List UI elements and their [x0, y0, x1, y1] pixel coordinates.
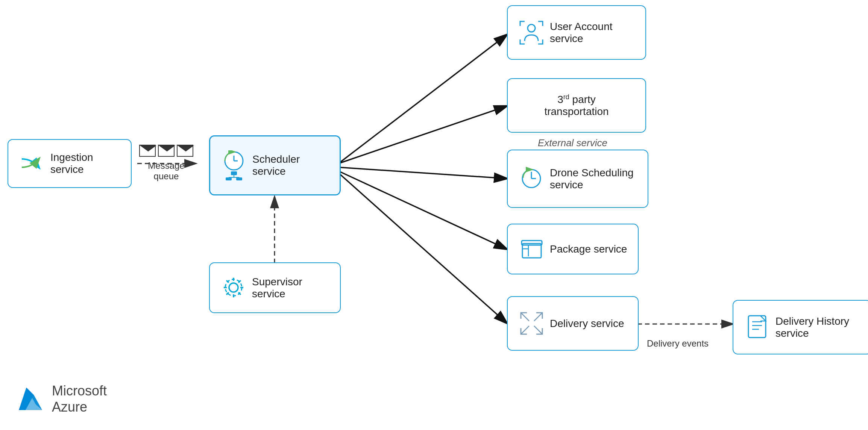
user-account-icon	[518, 20, 545, 46]
envelope-2	[158, 145, 175, 157]
third-party-service-box: 3rd partytransportation	[507, 78, 646, 133]
supervisor-icon	[220, 275, 247, 301]
azure-logo-icon	[15, 384, 45, 414]
arrows-svg	[0, 0, 868, 430]
ingestion-icon	[19, 150, 45, 177]
user-account-label: User Account service	[550, 21, 635, 45]
drone-scheduling-label: Drone Scheduling service	[550, 167, 637, 191]
external-service-label: External service	[538, 137, 607, 149]
svg-rect-19	[226, 177, 232, 180]
delivery-service-box: Delivery service	[507, 296, 639, 351]
scheduler-label: Scheduler service	[252, 153, 329, 177]
svg-line-42	[521, 326, 529, 334]
package-icon	[518, 236, 545, 262]
message-queue: Messagequeue	[139, 145, 193, 182]
scheduler-service-box: Scheduler service	[209, 135, 341, 195]
svg-line-4	[338, 167, 507, 179]
svg-rect-36	[522, 244, 541, 258]
queue-label: Messagequeue	[148, 160, 184, 182]
microsoft-azure-text: MicrosoftAzure	[52, 383, 107, 415]
package-label: Package service	[550, 243, 627, 255]
delivery-history-label: Delivery History service	[775, 315, 860, 339]
third-party-label: 3rd partytransportation	[518, 93, 635, 118]
envelope-1	[139, 145, 156, 157]
supervisor-label: Supervisor service	[252, 276, 329, 300]
envelope-3	[177, 145, 193, 157]
package-service-box: Package service	[507, 224, 639, 274]
diagram: Ingestion service Messagequeue	[0, 0, 868, 430]
svg-line-41	[534, 313, 542, 321]
svg-line-43	[534, 326, 542, 334]
svg-line-5	[338, 171, 507, 249]
scheduler-icon	[221, 152, 247, 179]
svg-rect-20	[236, 177, 242, 180]
supervisor-service-box: Supervisor service	[209, 262, 341, 313]
svg-line-6	[338, 173, 507, 323]
ingestion-service-box: Ingestion service	[8, 139, 132, 188]
svg-line-40	[521, 313, 529, 321]
svg-line-3	[338, 106, 507, 164]
svg-rect-37	[522, 241, 542, 245]
svg-point-31	[528, 24, 535, 32]
svg-point-21	[229, 283, 238, 292]
drone-scheduling-service-box: Drone Scheduling service	[507, 150, 648, 208]
svg-rect-16	[231, 171, 237, 175]
delivery-history-service-box: Delivery History service	[733, 300, 868, 354]
delivery-events-label: Delivery events	[647, 338, 709, 349]
ingestion-label: Ingestion service	[50, 151, 120, 176]
delivery-icon	[518, 310, 545, 337]
svg-line-2	[338, 35, 507, 164]
drone-scheduling-icon	[518, 166, 545, 192]
envelope-row	[139, 145, 193, 157]
delivery-label: Delivery service	[550, 318, 624, 330]
user-account-service-box: User Account service	[507, 5, 646, 60]
delivery-history-icon	[744, 314, 770, 341]
azure-logo: MicrosoftAzure	[15, 383, 107, 415]
